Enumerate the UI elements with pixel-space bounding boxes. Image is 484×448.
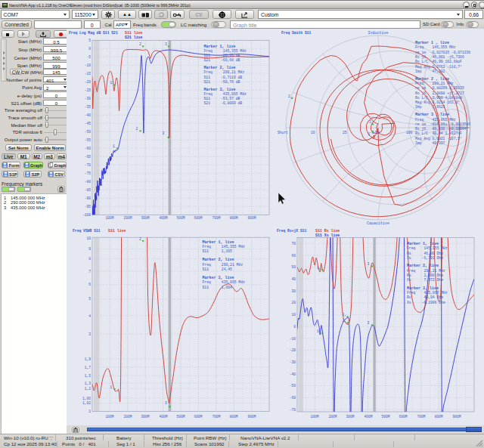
svg-text:Rs 49,94 Ohm: Rs 49,94 Ohm bbox=[407, 295, 443, 299]
svg-text:-80: -80 bbox=[85, 180, 92, 184]
svg-text:Mag Ang 0,9214 163,0°: Mag Ang 0,9214 163,0° bbox=[415, 100, 460, 104]
svg-text:700M: 700M bbox=[212, 216, 220, 220]
svg-text:S21 -60,68 dB: S21 -60,68 dB bbox=[204, 58, 240, 62]
svg-text:S11 1,165: S11 1,165 bbox=[203, 249, 233, 253]
svg-text:-25: -25 bbox=[85, 88, 92, 92]
svg-text:Freq 145,355 MHz: Freq 145,355 MHz bbox=[415, 45, 456, 49]
svg-text:1: 1 bbox=[113, 144, 115, 148]
svg-text:Xs 7,372 Ohm: Xs 7,372 Ohm bbox=[407, 278, 443, 282]
svg-text:700M: 700M bbox=[212, 415, 220, 419]
svg-text:1: 1 bbox=[88, 409, 91, 413]
svg-text:25: 25 bbox=[343, 131, 347, 134]
svg-text:500M: 500M bbox=[381, 415, 389, 419]
svg-text:800M: 800M bbox=[434, 415, 442, 419]
svg-text:7: 7 bbox=[88, 270, 91, 273]
svg-text:Marker 3, live: Marker 3, live bbox=[204, 88, 236, 92]
svg-text:3: 3 bbox=[88, 332, 91, 336]
svg-text:-15: -15 bbox=[85, 72, 92, 76]
svg-text:900M: 900M bbox=[247, 415, 256, 419]
svg-text:-60: -60 bbox=[290, 396, 296, 400]
svg-text:-10: -10 bbox=[290, 337, 296, 341]
svg-text:1,: 1, bbox=[317, 329, 321, 333]
svg-text:500M: 500M bbox=[176, 216, 185, 220]
svg-text:800M: 800M bbox=[229, 415, 237, 419]
svg-text:600M: 600M bbox=[194, 415, 202, 419]
svg-text:Freq Smith S11: Freq Smith S11 bbox=[281, 31, 312, 35]
svg-text:Rs 46,90 Ohm: Rs 46,90 Ohm bbox=[407, 252, 443, 255]
svg-text:Short: Short bbox=[278, 131, 288, 134]
svg-text:Freq 290,21 MHz: Freq 290,21 MHz bbox=[407, 269, 445, 273]
svg-text:S21 -0,8000 dB: S21 -0,8000 dB bbox=[204, 101, 243, 105]
svg-text:re im -616,86u -0,0019586: re im -616,86u -0,0019586 bbox=[415, 122, 470, 126]
svg-text:S11 live: S11 live bbox=[125, 31, 143, 35]
svg-text:Rs jX 49,936 -j0,19964: Rs jX 49,936 -j0,19964 bbox=[415, 127, 467, 131]
svg-text:2: 2 bbox=[139, 237, 141, 241]
svg-text:-40: -40 bbox=[85, 113, 92, 117]
svg-text:5: 5 bbox=[88, 39, 91, 42]
svg-text:3: 3 bbox=[165, 401, 167, 405]
svg-text:1: 1 bbox=[110, 81, 113, 85]
svg-text:8: 8 bbox=[88, 257, 91, 261]
svg-text:900M: 900M bbox=[247, 216, 256, 220]
svg-text:-90: -90 bbox=[85, 196, 92, 200]
svg-text:3: 3 bbox=[163, 131, 165, 135]
svg-text:200M: 200M bbox=[328, 415, 337, 419]
svg-text:Rs 2,090 Ohm: Rs 2,090 Ohm bbox=[407, 273, 443, 277]
svg-text:300M: 300M bbox=[141, 415, 149, 419]
svg-text:Xs -6,731 Ohm: Xs -6,731 Ohm bbox=[407, 256, 443, 260]
svg-text:-70: -70 bbox=[290, 408, 296, 412]
svg-text:Rs jX 2,0898 +j7,3717: Rs jX 2,0898 +j7,3717 bbox=[415, 91, 464, 95]
svg-text:10: 10 bbox=[291, 313, 296, 317]
svg-text:Freq 435,065 MHz: Freq 435,065 MHz bbox=[415, 118, 456, 122]
svg-text:S11 -53,57 dB: S11 -53,57 dB bbox=[204, 97, 240, 100]
svg-text:4: 4 bbox=[88, 314, 91, 318]
svg-text:-75: -75 bbox=[85, 171, 92, 175]
svg-text:Marker 2, live: Marker 2, live bbox=[204, 66, 236, 70]
svg-text:S11 1,004: S11 1,004 bbox=[203, 286, 233, 289]
svg-text:40: 40 bbox=[291, 277, 296, 281]
svg-text:-70: -70 bbox=[85, 163, 92, 167]
svg-text:Marker 1, live: Marker 1, live bbox=[204, 45, 236, 49]
svg-text:Rs L/C 49,94 1,8327nF: Rs L/C 49,94 1,8327nF bbox=[415, 131, 462, 135]
svg-text:Mag Ang 0,0763 -110,7°: Mag Ang 0,0763 -110,7° bbox=[415, 65, 462, 69]
svg-text:2,: 2, bbox=[343, 319, 347, 323]
svg-text:Freq 145,355 MHz: Freq 145,355 MHz bbox=[204, 49, 247, 53]
svg-text:50: 50 bbox=[291, 265, 296, 269]
svg-text:200M: 200M bbox=[123, 216, 132, 220]
svg-text:S11 24,45: S11 24,45 bbox=[203, 267, 233, 271]
svg-text:Xs -0,1996 Ohm: Xs -0,1996 Ohm bbox=[407, 301, 445, 304]
svg-text:-85: -85 bbox=[85, 188, 92, 192]
svg-text:600M: 600M bbox=[399, 415, 407, 419]
svg-text:400M: 400M bbox=[364, 415, 372, 419]
svg-text:Marker 2, live: Marker 2, live bbox=[203, 258, 234, 262]
svg-text:2: 2 bbox=[139, 42, 141, 46]
svg-text:20: 20 bbox=[291, 301, 296, 304]
svg-text:Mag Ang 0,0021 -107,5°: Mag Ang 0,0021 -107,5° bbox=[415, 137, 462, 141]
svg-text:Inductive: Inductive bbox=[368, 31, 388, 36]
svg-text:S21 -50,76 dB: S21 -50,76 dB bbox=[204, 80, 240, 84]
svg-text:200M: 200M bbox=[123, 415, 132, 419]
svg-text:-65: -65 bbox=[85, 155, 92, 159]
svg-text:-30: -30 bbox=[290, 360, 296, 364]
svg-text:100: 100 bbox=[406, 131, 413, 134]
svg-text:Marker 1, live: Marker 1, live bbox=[203, 240, 234, 245]
svg-text:1: 1 bbox=[110, 385, 113, 389]
svg-text:Marker 1, live: Marker 1, live bbox=[407, 242, 439, 246]
svg-text:400M: 400M bbox=[159, 415, 167, 419]
svg-text:10: 10 bbox=[311, 131, 315, 134]
svg-text:1,5: 1,5 bbox=[85, 374, 92, 378]
svg-text:-40: -40 bbox=[290, 372, 296, 376]
svg-text:Rs jX 46,901 -j6,7306: Rs jX 46,901 -j6,7306 bbox=[415, 55, 464, 59]
svg-text:S11 -22,35 dB: S11 -22,35 dB bbox=[204, 54, 240, 57]
svg-text:1,06: 1,06 bbox=[82, 397, 91, 400]
svg-text:Freq 435,065 MHz: Freq 435,065 MHz bbox=[204, 92, 247, 96]
svg-text:1,2: 1,2 bbox=[85, 387, 92, 391]
svg-text:1,02: 1,02 bbox=[82, 401, 91, 405]
svg-text:3: 3 bbox=[368, 262, 370, 266]
svg-text:S11 live: S11 live bbox=[108, 229, 126, 233]
svg-text:3: 3 bbox=[165, 42, 167, 46]
svg-text:-1: -1 bbox=[370, 131, 374, 134]
svg-text:Freq 290,21 MHz: Freq 290,21 MHz bbox=[415, 82, 454, 85]
svg-text:700M: 700M bbox=[417, 415, 425, 419]
svg-text:Freq 435,065 MHz: Freq 435,065 MHz bbox=[407, 291, 448, 295]
